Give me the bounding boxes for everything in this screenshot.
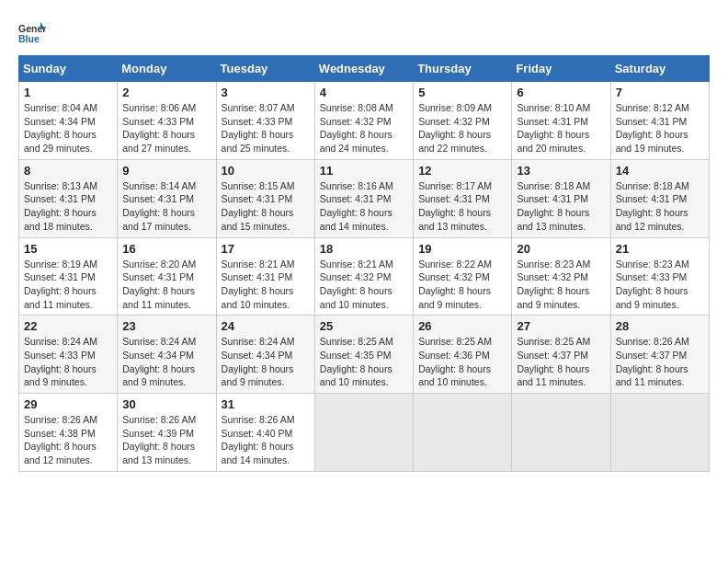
calendar-cell: 29Sunrise: 8:26 AMSunset: 4:38 PMDayligh… [19, 394, 118, 472]
calendar-cell: 1Sunrise: 8:04 AMSunset: 4:34 PMDaylight… [19, 82, 118, 160]
day-number: 23 [122, 319, 210, 333]
day-number: 15 [24, 242, 112, 256]
calendar-cell: 15Sunrise: 8:19 AMSunset: 4:31 PMDayligh… [19, 237, 118, 316]
calendar-cell: 26Sunrise: 8:25 AMSunset: 4:36 PMDayligh… [414, 316, 512, 394]
calendar-cell: 9Sunrise: 8:14 AMSunset: 4:31 PMDaylight… [118, 159, 216, 237]
weekday-header: Friday [512, 56, 610, 82]
day-number: 4 [320, 86, 408, 99]
calendar-cell [512, 394, 610, 472]
day-info: Sunrise: 8:18 AMSunset: 4:31 PMDaylight:… [517, 179, 605, 234]
day-number: 9 [122, 164, 210, 178]
logo: General Blue [18, 18, 50, 46]
calendar-cell: 18Sunrise: 8:21 AMSunset: 4:32 PMDayligh… [314, 237, 413, 316]
day-number: 5 [418, 86, 506, 99]
day-number: 26 [418, 319, 506, 333]
calendar-cell [414, 394, 512, 472]
day-number: 1 [24, 86, 112, 99]
calendar-cell: 22Sunrise: 8:24 AMSunset: 4:33 PMDayligh… [19, 316, 118, 394]
weekday-header: Sunday [19, 56, 118, 82]
day-number: 31 [222, 397, 310, 411]
day-info: Sunrise: 8:24 AMSunset: 4:33 PMDaylight:… [24, 335, 112, 389]
calendar-cell: 24Sunrise: 8:24 AMSunset: 4:34 PMDayligh… [216, 316, 314, 394]
day-info: Sunrise: 8:13 AMSunset: 4:31 PMDaylight:… [24, 179, 112, 234]
calendar-cell [610, 394, 709, 472]
day-info: Sunrise: 8:26 AMSunset: 4:40 PMDaylight:… [222, 413, 310, 467]
weekday-header: Tuesday [216, 56, 314, 82]
day-info: Sunrise: 8:24 AMSunset: 4:34 PMDaylight:… [122, 335, 210, 389]
calendar-cell: 10Sunrise: 8:15 AMSunset: 4:31 PMDayligh… [216, 159, 314, 237]
calendar-cell: 4Sunrise: 8:08 AMSunset: 4:32 PMDaylight… [314, 82, 413, 160]
day-info: Sunrise: 8:12 AMSunset: 4:31 PMDaylight:… [616, 101, 704, 155]
day-number: 6 [517, 86, 605, 99]
day-number: 16 [122, 242, 210, 256]
day-info: Sunrise: 8:06 AMSunset: 4:33 PMDaylight:… [122, 101, 210, 155]
day-info: Sunrise: 8:24 AMSunset: 4:34 PMDaylight:… [222, 335, 310, 389]
calendar-cell: 30Sunrise: 8:26 AMSunset: 4:39 PMDayligh… [118, 394, 216, 472]
calendar-cell: 12Sunrise: 8:17 AMSunset: 4:31 PMDayligh… [414, 159, 512, 237]
day-info: Sunrise: 8:25 AMSunset: 4:36 PMDaylight:… [418, 335, 506, 389]
calendar-cell: 31Sunrise: 8:26 AMSunset: 4:40 PMDayligh… [216, 394, 314, 472]
day-number: 21 [616, 242, 704, 256]
page-header: General Blue [18, 18, 710, 46]
day-number: 11 [320, 164, 408, 178]
day-number: 13 [517, 164, 605, 178]
day-number: 25 [320, 319, 408, 333]
calendar-cell: 2Sunrise: 8:06 AMSunset: 4:33 PMDaylight… [118, 82, 216, 160]
day-number: 20 [517, 242, 605, 256]
day-number: 28 [616, 319, 704, 333]
day-number: 3 [222, 86, 310, 99]
calendar-cell [314, 394, 413, 472]
day-info: Sunrise: 8:14 AMSunset: 4:31 PMDaylight:… [122, 179, 210, 234]
day-info: Sunrise: 8:21 AMSunset: 4:31 PMDaylight:… [222, 258, 310, 312]
weekday-header: Thursday [414, 56, 512, 82]
day-number: 10 [222, 164, 310, 178]
calendar-cell: 11Sunrise: 8:16 AMSunset: 4:31 PMDayligh… [314, 159, 413, 237]
day-info: Sunrise: 8:19 AMSunset: 4:31 PMDaylight:… [24, 258, 112, 312]
day-info: Sunrise: 8:07 AMSunset: 4:33 PMDaylight:… [222, 101, 310, 155]
calendar-cell: 23Sunrise: 8:24 AMSunset: 4:34 PMDayligh… [118, 316, 216, 394]
day-info: Sunrise: 8:26 AMSunset: 4:37 PMDaylight:… [616, 335, 704, 389]
day-info: Sunrise: 8:26 AMSunset: 4:38 PMDaylight:… [24, 413, 112, 467]
calendar-cell: 16Sunrise: 8:20 AMSunset: 4:31 PMDayligh… [118, 237, 216, 316]
day-info: Sunrise: 8:15 AMSunset: 4:31 PMDaylight:… [222, 179, 310, 234]
day-info: Sunrise: 8:26 AMSunset: 4:39 PMDaylight:… [122, 413, 210, 467]
svg-text:Blue: Blue [18, 33, 40, 44]
day-number: 14 [616, 164, 704, 178]
logo-icon: General Blue [18, 18, 46, 46]
calendar-table: SundayMondayTuesdayWednesdayThursdayFrid… [18, 55, 710, 472]
day-info: Sunrise: 8:10 AMSunset: 4:31 PMDaylight:… [517, 101, 605, 155]
day-info: Sunrise: 8:18 AMSunset: 4:31 PMDaylight:… [616, 179, 704, 234]
calendar-cell: 28Sunrise: 8:26 AMSunset: 4:37 PMDayligh… [610, 316, 709, 394]
day-number: 30 [122, 397, 210, 411]
day-number: 8 [24, 164, 112, 178]
calendar-cell: 19Sunrise: 8:22 AMSunset: 4:32 PMDayligh… [414, 237, 512, 316]
calendar-cell: 13Sunrise: 8:18 AMSunset: 4:31 PMDayligh… [512, 159, 610, 237]
day-info: Sunrise: 8:25 AMSunset: 4:37 PMDaylight:… [517, 335, 605, 389]
day-info: Sunrise: 8:09 AMSunset: 4:32 PMDaylight:… [418, 101, 506, 155]
day-number: 7 [616, 86, 704, 99]
day-info: Sunrise: 8:20 AMSunset: 4:31 PMDaylight:… [122, 258, 210, 312]
day-number: 29 [24, 397, 112, 411]
day-number: 17 [222, 242, 310, 256]
day-info: Sunrise: 8:22 AMSunset: 4:32 PMDaylight:… [418, 258, 506, 312]
calendar-cell: 17Sunrise: 8:21 AMSunset: 4:31 PMDayligh… [216, 237, 314, 316]
calendar-cell: 5Sunrise: 8:09 AMSunset: 4:32 PMDaylight… [414, 82, 512, 160]
calendar-cell: 20Sunrise: 8:23 AMSunset: 4:32 PMDayligh… [512, 237, 610, 316]
calendar-cell: 7Sunrise: 8:12 AMSunset: 4:31 PMDaylight… [610, 82, 709, 160]
calendar-cell: 21Sunrise: 8:23 AMSunset: 4:33 PMDayligh… [610, 237, 709, 316]
calendar-cell: 27Sunrise: 8:25 AMSunset: 4:37 PMDayligh… [512, 316, 610, 394]
day-number: 2 [122, 86, 210, 99]
calendar-cell: 3Sunrise: 8:07 AMSunset: 4:33 PMDaylight… [216, 82, 314, 160]
weekday-header: Monday [118, 56, 216, 82]
calendar-cell: 14Sunrise: 8:18 AMSunset: 4:31 PMDayligh… [610, 159, 709, 237]
day-info: Sunrise: 8:08 AMSunset: 4:32 PMDaylight:… [320, 101, 408, 155]
day-info: Sunrise: 8:21 AMSunset: 4:32 PMDaylight:… [320, 258, 408, 312]
calendar-cell: 25Sunrise: 8:25 AMSunset: 4:35 PMDayligh… [314, 316, 413, 394]
day-number: 27 [517, 319, 605, 333]
day-number: 19 [418, 242, 506, 256]
day-number: 22 [24, 319, 112, 333]
day-info: Sunrise: 8:17 AMSunset: 4:31 PMDaylight:… [418, 179, 506, 234]
day-number: 18 [320, 242, 408, 256]
weekday-header: Saturday [610, 56, 709, 82]
day-info: Sunrise: 8:23 AMSunset: 4:32 PMDaylight:… [517, 258, 605, 312]
